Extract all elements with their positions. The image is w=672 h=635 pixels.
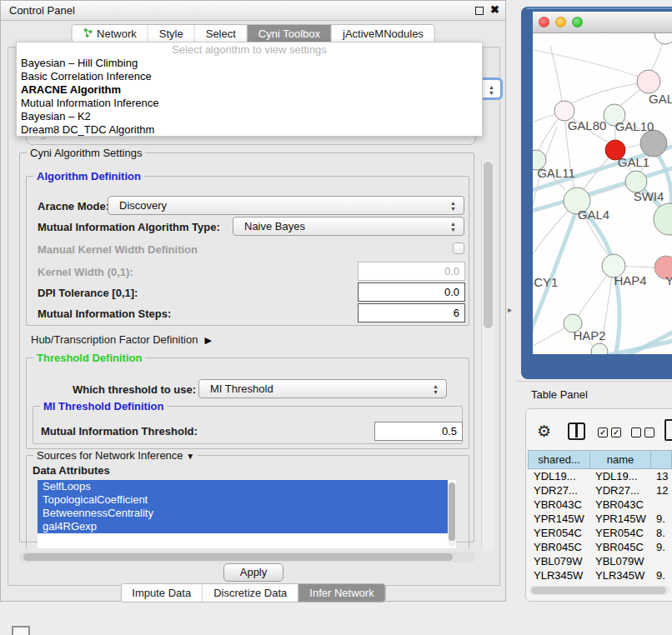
tab-network[interactable]: Network xyxy=(72,25,148,42)
table-cell[interactable]: YBR043C xyxy=(528,498,589,512)
attribute-item[interactable]: gal4RGexp xyxy=(38,520,448,533)
network-node[interactable] xyxy=(637,70,660,93)
table-cell[interactable]: YBR043C xyxy=(589,498,650,512)
algorithm-option[interactable]: ARACNE Algorithm xyxy=(17,83,482,97)
table-cell[interactable]: 9. xyxy=(650,568,672,582)
algorithm-option[interactable]: Bayesian – K2 xyxy=(17,110,482,123)
table-row[interactable]: YDL19...YDL19...13 xyxy=(528,469,672,483)
column-header-shared[interactable]: shared... xyxy=(528,450,589,469)
settings-vscroll-thumb[interactable] xyxy=(484,162,493,328)
minimize-traffic-light-icon[interactable] xyxy=(555,17,566,28)
table-cell[interactable]: YPR145W xyxy=(528,512,589,526)
kernel-width-field[interactable]: 0.0 xyxy=(358,262,465,281)
network-node[interactable] xyxy=(640,130,667,157)
settings-horizontal-scrollbar[interactable] xyxy=(19,552,476,562)
table-cell[interactable]: YER054C xyxy=(589,526,650,540)
mi-algorithm-type-select[interactable]: Naive Bayes ▲▼ xyxy=(233,217,464,236)
table-cell[interactable]: 13 xyxy=(650,469,672,483)
column-header-name[interactable]: name xyxy=(589,450,650,469)
table-cell[interactable]: YPR145W xyxy=(589,512,650,526)
table-cell[interactable]: 8. xyxy=(650,526,672,540)
attribute-item[interactable]: SelfLoops xyxy=(38,480,448,493)
table-row[interactable]: YBR043CYBR043C xyxy=(528,498,672,512)
table-row[interactable]: YLR345WYLR345W9. xyxy=(528,568,672,582)
mi-algorithm-type-value: Naive Bayes xyxy=(244,220,305,232)
network-window-titlebar[interactable] xyxy=(533,12,672,33)
settings-hscroll-thumb[interactable] xyxy=(23,553,453,561)
table-row[interactable]: YBR045CYBR045C9. xyxy=(528,540,672,554)
network-node[interactable] xyxy=(654,203,672,235)
network-canvas[interactable]: GALGAL80GAL10GAL1GAL11SWI4GAL4GCY1HAP4YH… xyxy=(533,33,672,354)
tab-discretize-data[interactable]: Discretize Data xyxy=(203,584,298,602)
table-cell[interactable]: YLR345W xyxy=(528,568,589,582)
tab-infer-network[interactable]: Infer Network xyxy=(298,584,384,602)
hub-definition-toggle[interactable]: Hub/Transcription Factor Definition▶ xyxy=(31,333,212,346)
table-cell[interactable]: YBR045C xyxy=(589,540,650,554)
float-window-icon[interactable] xyxy=(475,7,484,15)
table-cell[interactable]: 9. xyxy=(650,540,672,554)
apply-button[interactable]: Apply xyxy=(223,563,283,582)
table-row[interactable]: YPR145WYPR145W9. xyxy=(528,512,672,526)
tab-style[interactable]: Style xyxy=(148,25,195,42)
select-all-checkbox-icon[interactable]: ✓ xyxy=(598,428,608,438)
algorithm-option[interactable]: Dream8 DC_TDC Algorithm xyxy=(17,123,482,137)
tab-impute-data[interactable]: Impute Data xyxy=(121,584,203,602)
table-cell[interactable]: YDR27... xyxy=(528,483,589,498)
close-traffic-light-icon[interactable] xyxy=(539,17,549,28)
select-all-checkbox-icon[interactable]: ✓ xyxy=(611,428,621,438)
tab-jactivemnodules[interactable]: jActiveMNodules xyxy=(332,25,434,42)
table-body[interactable]: YDL19...YDL19...13YDR27...YDR27...12YBR0… xyxy=(528,469,672,585)
settings-gear-icon[interactable]: ⚙ xyxy=(537,422,551,441)
sources-title[interactable]: Sources for Network Inference ▼ xyxy=(33,449,198,462)
settings-vertical-scrollbar[interactable] xyxy=(481,159,494,549)
algorithm-option[interactable]: Bayesian – Hill Climbing xyxy=(17,57,482,70)
table-hscroll-thumb[interactable] xyxy=(531,587,666,594)
table-row[interactable]: YER054CYER054C8. xyxy=(528,526,672,540)
attributes-scrollbar[interactable] xyxy=(448,482,456,547)
zoom-traffic-light-icon[interactable] xyxy=(572,17,583,28)
manual-kernel-width-checkbox[interactable] xyxy=(453,242,464,254)
column-view-icon[interactable] xyxy=(568,422,585,440)
table-row[interactable]: YDR27...YDR27...12 xyxy=(528,483,672,498)
tab-select[interactable]: Select xyxy=(195,25,248,42)
data-attributes-list[interactable]: SelfLoopsTopologicalCoefficientBetweenne… xyxy=(38,480,456,548)
table-cell[interactable]: YBL079W xyxy=(528,554,589,568)
table-cell[interactable]: 9. xyxy=(650,512,672,526)
table-cell[interactable]: YDL19... xyxy=(589,469,650,483)
network-node[interactable] xyxy=(654,33,672,44)
aracne-mode-select[interactable]: Discovery ▲▼ xyxy=(108,196,464,215)
which-threshold-select[interactable]: MI Threshold ▲▼ xyxy=(198,379,447,398)
column-header-partial[interactable] xyxy=(650,450,672,469)
combo-stepper-icon: ▲▼ xyxy=(488,84,495,96)
table-cell[interactable]: YBL079W xyxy=(589,554,650,568)
table-cell[interactable]: YLR345W xyxy=(589,568,650,582)
panel-divider-grabber[interactable]: ▸ xyxy=(508,305,512,314)
deselect-all-checkbox-icon[interactable] xyxy=(644,428,654,438)
deselect-all-checkbox-icon[interactable] xyxy=(631,428,641,438)
network-edge[interactable] xyxy=(534,50,639,77)
table-cell[interactable] xyxy=(650,554,672,568)
network-node[interactable] xyxy=(591,343,608,354)
network-edge[interactable] xyxy=(533,114,555,133)
network-edge[interactable] xyxy=(550,46,562,101)
attribute-item[interactable]: BetweennessCentrality xyxy=(38,507,448,520)
algorithm-option[interactable]: Basic Correlation Inference xyxy=(17,70,482,83)
table-cell[interactable]: 12 xyxy=(650,483,672,498)
table-cell[interactable] xyxy=(650,498,672,512)
attribute-item[interactable]: TopologicalCoefficient xyxy=(38,493,448,507)
minimized-panel-icon[interactable] xyxy=(12,626,30,635)
close-icon[interactable]: ✖ xyxy=(490,3,499,16)
table-row[interactable]: YBL079WYBL079W xyxy=(528,554,672,568)
file-icon[interactable] xyxy=(664,419,672,441)
table-cell[interactable]: YDR27... xyxy=(589,483,650,498)
table-horizontal-scrollbar[interactable] xyxy=(529,585,670,595)
table-cell[interactable]: YDL19... xyxy=(528,469,589,483)
tab-cyni-toolbox[interactable]: Cyni Toolbox xyxy=(248,25,332,42)
table-cell[interactable]: YBR045C xyxy=(528,540,589,554)
mi-threshold-field[interactable]: 0.5 xyxy=(374,422,463,441)
attributes-scrollbar-thumb[interactable] xyxy=(449,482,455,541)
algorithm-option[interactable]: Mutual Information Inference xyxy=(17,97,482,110)
mi-steps-field[interactable]: 6 xyxy=(358,303,465,322)
dpi-tolerance-field[interactable]: 0.0 xyxy=(358,282,465,302)
table-cell[interactable]: YER054C xyxy=(528,526,589,540)
